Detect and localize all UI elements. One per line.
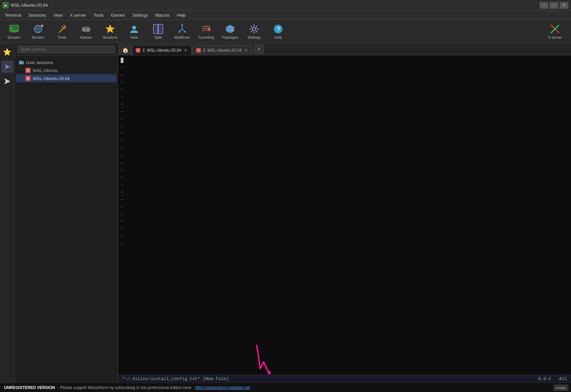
svg-point-18 bbox=[89, 30, 90, 31]
terminal-content[interactable]: ~ ~ ~ ~ ~ ~ ~ ~ ~ ~ ~ ~ ~ ~ ~ ~ ~ ~ ~ ~ … bbox=[118, 55, 571, 375]
svg-point-19 bbox=[87, 30, 88, 31]
user-sessions-label: User sessions bbox=[26, 60, 53, 65]
menu-tools[interactable]: Tools bbox=[90, 12, 107, 19]
title-bar-controls: − □ ✕ bbox=[540, 2, 568, 9]
sidebar-arrow-button[interactable] bbox=[1, 61, 13, 73]
menu-bar: Terminal Sessions View X server Tools Ga… bbox=[0, 11, 571, 20]
svg-line-13 bbox=[59, 32, 59, 33]
toolbar-servers[interactable]: ✕ Servers bbox=[27, 22, 49, 42]
session-wsl-ubuntu[interactable]: U WSL-Ubuntu bbox=[16, 66, 116, 74]
toolbar-tunneling[interactable]: Tunneling bbox=[195, 22, 217, 42]
tab-home[interactable]: 🏠 bbox=[119, 45, 131, 55]
sidebar-star-button[interactable]: ⭐ bbox=[1, 46, 13, 58]
tab-3-icon: U bbox=[196, 48, 201, 53]
packages-label: Packages bbox=[222, 35, 238, 39]
user-sessions-parent[interactable]: User sessions bbox=[16, 58, 116, 66]
menu-settings[interactable]: Settings bbox=[129, 12, 151, 19]
quick-connect-input[interactable] bbox=[17, 45, 115, 53]
terminal-area: 🏠 U 2. WSL-Ubuntu-20.04 ✕ U 3. WSL-Ubunt… bbox=[118, 43, 571, 383]
terminal-line-11: ~ bbox=[121, 137, 568, 145]
star-icon: ⭐ bbox=[3, 48, 11, 56]
settings-label: Settings bbox=[247, 35, 261, 39]
terminal-line-1: ~ bbox=[121, 64, 568, 71]
toolbar-settings[interactable]: Settings bbox=[243, 22, 265, 42]
terminal-line-7: ~ bbox=[121, 108, 568, 115]
view-icon bbox=[129, 24, 139, 34]
terminal-line-6: ~ bbox=[121, 101, 568, 108]
split-icon bbox=[153, 24, 163, 34]
tab-3-close[interactable]: ✕ bbox=[243, 47, 248, 53]
title-bar-left: M WSL-Ubuntu-20.04 bbox=[3, 2, 48, 8]
menu-games[interactable]: Games bbox=[108, 12, 128, 19]
terminal-line-24: ~ bbox=[121, 233, 568, 240]
svg-text:?: ? bbox=[277, 26, 280, 32]
unregistered-label: UNREGISTERED VERSION bbox=[4, 385, 55, 390]
terminal-line-13: ~ bbox=[121, 152, 568, 159]
menu-macros[interactable]: Macros bbox=[152, 12, 173, 19]
sidebar-send-button[interactable] bbox=[1, 75, 13, 87]
terminal-line-20: ~ bbox=[121, 203, 568, 211]
toolbar-games[interactable]: Games bbox=[75, 22, 97, 42]
terminal-line-23: ~ bbox=[121, 225, 568, 233]
terminal-line-25: ~ bbox=[121, 240, 568, 247]
svg-marker-21 bbox=[105, 25, 115, 33]
terminal-line-17: ~ bbox=[121, 181, 568, 189]
settings-icon bbox=[249, 24, 259, 34]
toolbar-sessions[interactable]: Sessions bbox=[99, 22, 121, 42]
toolbar-tools[interactable]: Tools bbox=[51, 22, 73, 42]
menu-terminal[interactable]: Terminal bbox=[1, 12, 24, 19]
menu-help[interactable]: Help bbox=[173, 12, 189, 19]
toolbar-multiexec[interactable]: MultiExec bbox=[171, 22, 193, 42]
svg-text:▶_: ▶_ bbox=[11, 27, 14, 30]
games-icon bbox=[81, 24, 91, 34]
toolbar-help[interactable]: ? Help bbox=[267, 22, 290, 42]
arrow-icon bbox=[4, 63, 11, 70]
svg-text:✕: ✕ bbox=[41, 25, 43, 27]
toolbar: ▶_ Session ✕ Servers Tools bbox=[0, 20, 571, 43]
toolbar-split[interactable]: Split bbox=[147, 22, 169, 42]
tab-wsl-ubuntu-3[interactable]: U 3. WSL-Ubuntu-20.04 ✕ bbox=[192, 45, 252, 55]
sessions-tree: User sessions U WSL-Ubuntu U WSL-Ubuntu-… bbox=[15, 56, 118, 383]
sessions-search bbox=[15, 43, 118, 56]
menu-view[interactable]: View bbox=[50, 12, 66, 19]
packages-icon bbox=[225, 24, 235, 34]
toolbar-packages[interactable]: Packages bbox=[219, 22, 241, 42]
tools-icon bbox=[57, 24, 67, 34]
terminal-line-9: ~ bbox=[121, 123, 568, 130]
terminal-line-10: ~ bbox=[121, 130, 568, 137]
ubuntu-icon-1: U bbox=[25, 68, 31, 73]
menu-sessions[interactable]: Sessions bbox=[25, 12, 49, 19]
terminal-line-4: ~ bbox=[121, 86, 568, 93]
image-button[interactable]: image bbox=[554, 385, 568, 391]
window-title: WSL-Ubuntu-20.04 bbox=[11, 3, 48, 8]
toolbar-session[interactable]: ▶_ Session bbox=[3, 22, 25, 42]
close-button[interactable]: ✕ bbox=[560, 2, 568, 9]
tab-add-button[interactable]: + bbox=[254, 45, 263, 54]
terminal-line-12: ~ bbox=[121, 145, 568, 152]
svg-rect-25 bbox=[154, 25, 157, 33]
terminal-line-21: ~ bbox=[121, 211, 568, 218]
mobaxterm-link[interactable]: https://mobaxterm.mobatek.net bbox=[195, 385, 250, 390]
tab-2-close[interactable]: ✕ bbox=[183, 47, 188, 53]
menu-xserver[interactable]: X server bbox=[67, 12, 89, 19]
svg-marker-38 bbox=[4, 78, 10, 84]
tunneling-icon bbox=[201, 24, 211, 34]
minimize-button[interactable]: − bbox=[540, 2, 548, 9]
tab-wsl-ubuntu-2[interactable]: U 2. WSL-Ubuntu-20.04 ✕ bbox=[132, 45, 192, 55]
terminal-line-cursor bbox=[121, 57, 568, 64]
folder-icon bbox=[19, 60, 24, 65]
maximize-button[interactable]: □ bbox=[550, 2, 558, 9]
multiexec-label: MultiExec bbox=[174, 35, 190, 39]
terminal-line-5: ~ bbox=[121, 93, 568, 101]
tunneling-label: Tunneling bbox=[198, 35, 214, 39]
session-wsl-ubuntu-label: WSL-Ubuntu bbox=[33, 68, 57, 73]
tab-bar: 🏠 U 2. WSL-Ubuntu-20.04 ✕ U 3. WSL-Ubunt… bbox=[118, 43, 571, 55]
session-wsl-ubuntu-20[interactable]: U WSL-Ubuntu-20.04 bbox=[16, 74, 116, 82]
svg-point-29 bbox=[184, 31, 186, 33]
toolbar-view[interactable]: View bbox=[123, 22, 145, 42]
servers-icon: ✕ bbox=[33, 24, 43, 34]
servers-label: Servers bbox=[32, 35, 44, 39]
toolbar-xserver[interactable]: X server bbox=[542, 22, 568, 42]
session-icon: ▶_ bbox=[9, 24, 19, 34]
sessions-panel: User sessions U WSL-Ubuntu U WSL-Ubuntu-… bbox=[15, 43, 118, 383]
